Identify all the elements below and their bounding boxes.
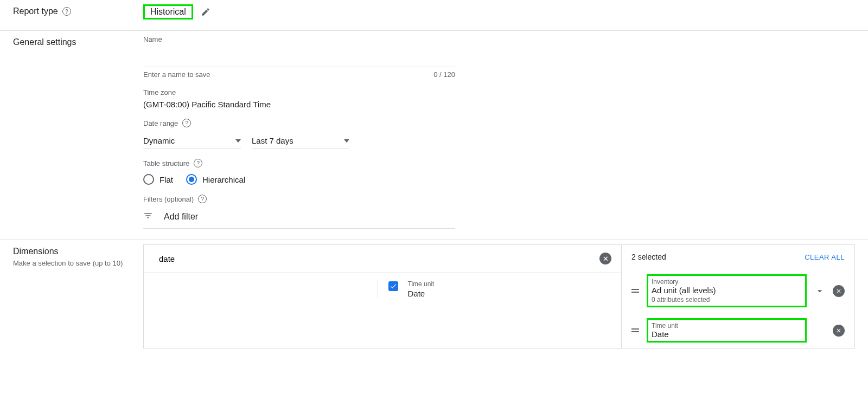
report-type-value: Historical bbox=[150, 7, 186, 17]
selected-highlight: Time unit Date bbox=[647, 318, 807, 343]
selected-category: Time unit bbox=[652, 322, 802, 330]
selected-dimension-item: Time unit Date bbox=[622, 313, 854, 348]
dimensions-selected-column: 2 selected CLEAR ALL Inventory Ad unit (… bbox=[622, 244, 855, 349]
selected-count: 2 selected bbox=[631, 253, 666, 261]
range-type-select[interactable]: Dynamic bbox=[143, 133, 241, 149]
radio-icon bbox=[186, 174, 197, 185]
result-category: Time unit bbox=[408, 280, 435, 288]
selected-dimension-item: Inventory Ad unit (all levels) 0 attribu… bbox=[622, 269, 854, 313]
chevron-down-icon[interactable] bbox=[814, 286, 825, 296]
result-checkbox[interactable] bbox=[388, 281, 398, 291]
clear-search-icon[interactable]: ✕ bbox=[599, 253, 611, 264]
selected-category: Inventory bbox=[652, 278, 802, 286]
name-field-label: Name bbox=[143, 35, 455, 43]
filter-icon bbox=[143, 211, 153, 223]
dimensions-search-input[interactable] bbox=[154, 254, 599, 263]
dimensions-sublabel: Make a selection to save (up to 10) bbox=[13, 259, 143, 268]
date-range-label: Date range bbox=[143, 119, 178, 127]
general-settings-label: General settings bbox=[13, 37, 76, 47]
selected-name: Ad unit (all levels) bbox=[652, 286, 802, 295]
range-preset-value: Last 7 days bbox=[252, 136, 293, 145]
dropdown-arrow-icon bbox=[344, 139, 349, 143]
add-filter-label: Add filter bbox=[164, 212, 198, 222]
help-icon[interactable]: ? bbox=[62, 7, 71, 16]
range-type-value: Dynamic bbox=[143, 136, 175, 145]
result-name: Date bbox=[408, 289, 435, 298]
range-value-select[interactable]: Last 7 days bbox=[252, 133, 349, 149]
dimensions-search-column: ✕ Time unit Date bbox=[143, 244, 622, 349]
radio-icon bbox=[143, 174, 154, 185]
general-settings-section: General settings Name Enter a name to sa… bbox=[0, 31, 868, 240]
dimensions-label: Dimensions bbox=[13, 247, 143, 256]
report-type-highlight: Historical bbox=[143, 4, 193, 20]
help-icon[interactable]: ? bbox=[198, 195, 207, 203]
drag-handle-icon[interactable] bbox=[631, 289, 639, 293]
help-icon[interactable]: ? bbox=[182, 119, 191, 127]
radio-flat[interactable]: Flat bbox=[143, 174, 173, 185]
name-counter: 0 / 120 bbox=[433, 70, 455, 79]
timezone-label: Time zone bbox=[143, 88, 855, 96]
table-structure-label: Table structure bbox=[143, 159, 189, 167]
edit-icon[interactable] bbox=[201, 7, 210, 17]
selected-highlight: Inventory Ad unit (all levels) 0 attribu… bbox=[647, 274, 807, 307]
clear-all-button[interactable]: CLEAR ALL bbox=[805, 253, 845, 261]
help-icon[interactable]: ? bbox=[194, 159, 202, 167]
name-input[interactable] bbox=[143, 46, 455, 67]
report-type-label: Report type bbox=[13, 7, 58, 16]
selected-name: Date bbox=[652, 330, 802, 339]
timezone-value: (GMT-08:00) Pacific Standard Time bbox=[143, 100, 855, 109]
filters-label: Filters (optional) bbox=[143, 195, 194, 203]
radio-hierarchical[interactable]: Hierarchical bbox=[186, 174, 245, 185]
name-hint: Enter a name to save bbox=[143, 70, 210, 79]
dropdown-arrow-icon bbox=[235, 139, 241, 143]
add-filter-button[interactable]: Add filter bbox=[143, 211, 455, 229]
report-type-section: Report type ? Historical bbox=[0, 0, 868, 30]
drag-handle-icon[interactable] bbox=[631, 328, 639, 332]
selected-sub: 0 attributes selected bbox=[652, 296, 802, 304]
remove-icon[interactable] bbox=[833, 285, 845, 297]
dimensions-section: Dimensions Make a selection to save (up … bbox=[0, 240, 868, 359]
remove-icon[interactable] bbox=[833, 325, 845, 337]
radio-flat-label: Flat bbox=[159, 175, 173, 184]
radio-hierarchical-label: Hierarchical bbox=[202, 175, 245, 184]
